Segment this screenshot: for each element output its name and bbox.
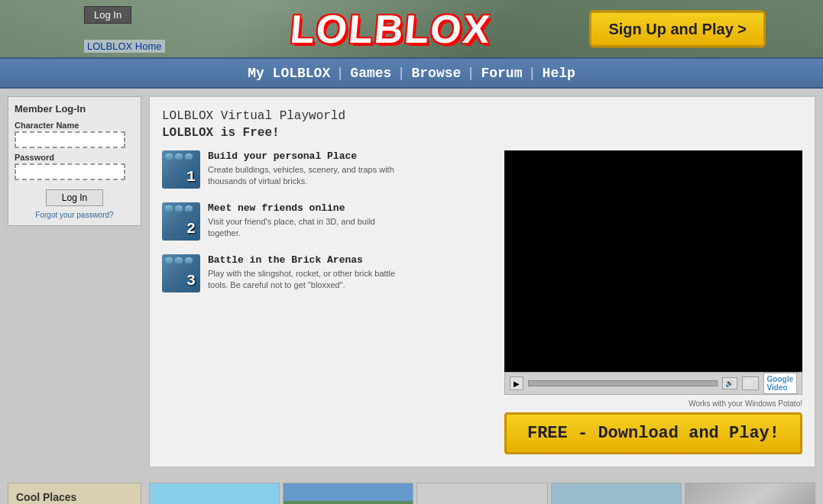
volume-icon: 🔊 [722,377,737,389]
stud [165,205,173,212]
stud [185,153,193,160]
stud [165,153,173,160]
member-login-panel: Member Log-In Character Name Password Lo… [8,96,141,226]
main-area: Member Log-In Character Name Password Lo… [0,89,823,475]
windows-note: Works with your Windows Potato! [504,399,802,408]
forgot-password-link[interactable]: Forgot your password? [15,211,134,219]
feature-desc-2: Visit your friend's place, chat in 3D, a… [208,216,399,240]
brick-studs-1 [165,153,197,160]
nav-separator-1: | [339,65,346,80]
features-list: 1 Build your personal Place Create build… [162,150,399,454]
stud [165,257,173,263]
place-thumb-1[interactable] [149,483,280,504]
feature-icon-3: 3 [162,254,200,292]
stud [175,257,183,263]
feature-icon-2: 2 [162,202,200,241]
feature-icon-1: 1 [162,150,200,189]
nav-separator-3: | [469,65,477,80]
progress-bar[interactable] [528,380,718,386]
download-button[interactable]: FREE - Download and Play! [504,412,802,454]
feature-desc-3: Play with the slingshot, rocket, or othe… [208,268,399,292]
signup-button[interactable]: Sign Up and Play > [589,10,766,47]
site-logo: LOLBLOX [288,6,493,52]
brick-studs-2 [165,205,197,212]
feature-desc-1: Create buildings, vehicles, scenery, and… [208,164,399,188]
brick-icon-1: 1 [162,150,200,189]
brick-number-2: 2 [186,220,196,237]
feature-item-3: 3 Battle in the Brick Arenas Play with t… [162,254,399,292]
home-link[interactable]: LOLBLOX Home [84,40,165,53]
stud [185,257,193,263]
nav-help[interactable]: Help [543,66,575,81]
fullscreen-button[interactable]: ⬜ [742,376,759,390]
nav-my-lolblox[interactable]: My LOLBLOX [248,66,330,81]
char-name-label: Character Name [15,121,134,130]
place-thumb-4[interactable] [551,483,682,504]
place-thumb-5[interactable] [685,483,815,504]
nav-games[interactable]: Games [350,66,391,81]
cool-places-title: Cool Places [16,491,133,503]
feature-heading-3: Battle in the Brick Arenas [208,254,399,266]
password-input[interactable] [15,163,125,180]
feature-text-3: Battle in the Brick Arenas Play with the… [208,254,399,292]
place-thumb-2[interactable] [283,483,413,504]
char-name-input[interactable] [15,131,125,148]
video-player [504,150,802,372]
brick-number-1: 1 [186,168,196,186]
stud [175,153,183,160]
cool-places-sidebar: Cool Places Check out some of our favori… [8,483,141,504]
feature-heading-2: Meet new friends online [208,202,399,214]
brick-icon-2: 2 [162,202,200,241]
main-content: LOLBLOX Virtual Playworld LOLBLOX is Fre… [149,96,815,467]
feature-text-2: Meet new friends online Visit your frien… [208,202,399,240]
features-video-container: 1 Build your personal Place Create build… [162,150,802,454]
sidebar: Member Log-In Character Name Password Lo… [8,96,141,467]
main-nav: My LOLBLOX | Games | Browse | Forum | He… [0,57,823,89]
nav-forum[interactable]: Forum [481,66,522,81]
nav-separator-2: | [400,65,407,80]
stud [175,205,183,212]
play-button[interactable]: ▶ [510,376,523,390]
nav-separator-4: | [530,65,538,80]
header: Log In LOLBLOX Sign Up and Play > LOLBLO… [0,0,823,57]
video-controls: ▶ 🔊 ⬜ GoogleVideo [504,372,802,395]
feature-text-1: Build your personal Place Create buildin… [208,150,399,188]
google-video-logo: GoogleVideo [763,373,797,394]
content-subtitle: LOLBLOX is Free! [162,126,802,140]
cool-places-images [149,483,815,504]
brick-icon-3: 3 [162,254,200,292]
brick-number-3: 3 [186,272,196,289]
stud [185,205,193,212]
cool-places-section: Cool Places Check out some of our favori… [0,475,823,504]
place-thumb-3[interactable] [416,483,547,504]
nav-browse[interactable]: Browse [412,66,462,81]
feature-item-2: 2 Meet new friends online Visit your fri… [162,202,399,241]
logo-text: LOLBLOX [288,7,492,51]
content-title: LOLBLOX Virtual Playworld [162,109,802,123]
feature-item-1: 1 Build your personal Place Create build… [162,150,399,189]
password-label: Password [15,153,134,162]
login-submit-button[interactable]: Log In [46,189,103,206]
feature-heading-1: Build your personal Place [208,150,399,162]
brick-studs-3 [165,257,197,263]
video-area: ▶ 🔊 ⬜ GoogleVideo Works with your Window… [411,150,802,454]
login-button[interactable]: Log In [84,6,131,24]
member-login-title: Member Log-In [15,103,134,115]
